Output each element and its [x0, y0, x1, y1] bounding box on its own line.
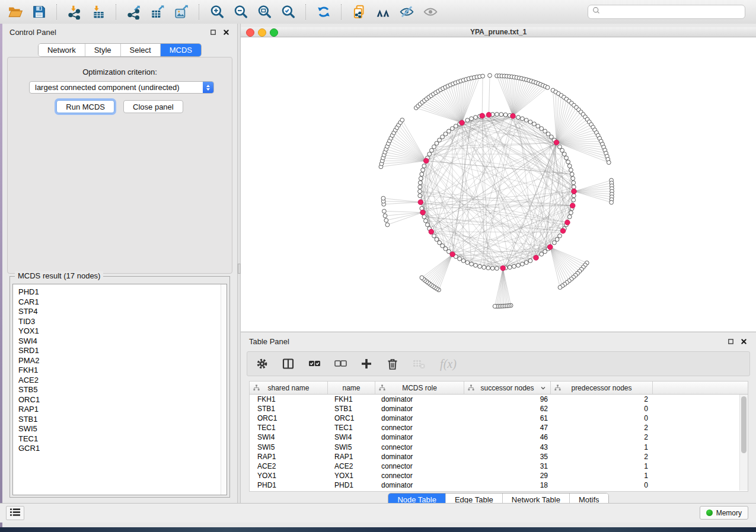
zoom-window-icon[interactable] — [270, 28, 278, 37]
zoom-fit-icon[interactable] — [254, 2, 275, 22]
control-panel-title: Control Panel — [9, 28, 56, 37]
memory-status-icon — [706, 509, 713, 516]
cell: 0 — [551, 481, 653, 489]
zoom-in-icon[interactable] — [206, 2, 228, 22]
show-all-icon[interactable] — [420, 2, 441, 22]
cell: dominator — [375, 395, 464, 403]
column-header-MCDS-role[interactable]: MCDS role — [375, 382, 464, 394]
table-row[interactable]: SWI5SWI5connector431 — [250, 442, 739, 451]
cell: 62 — [464, 405, 551, 413]
scrollbar-thumb[interactable] — [741, 396, 747, 453]
table-scrollbar[interactable] — [739, 395, 748, 491]
list-item[interactable]: STP4 — [18, 307, 227, 317]
list-item[interactable]: CAR1 — [18, 297, 227, 307]
hide-selected-icon[interactable] — [396, 2, 417, 22]
list-item[interactable]: ORC1 — [18, 395, 227, 405]
export-image-icon[interactable] — [171, 2, 192, 22]
column-header-name[interactable]: name — [328, 382, 375, 394]
search-input[interactable] — [601, 7, 741, 17]
tab-network[interactable]: Network — [39, 44, 85, 56]
close-table-panel-icon[interactable] — [739, 337, 748, 345]
zoom-selected-icon[interactable] — [277, 2, 299, 22]
network-graph[interactable] — [241, 37, 756, 331]
list-item[interactable]: PHD1 — [18, 287, 227, 297]
open-folder-icon[interactable] — [5, 2, 26, 22]
export-network-icon[interactable] — [123, 2, 145, 22]
table-row[interactable]: ORC1ORC1dominator610 — [250, 414, 739, 423]
tab-style[interactable]: Style — [85, 44, 120, 56]
minimize-window-icon[interactable] — [258, 28, 266, 37]
list-item[interactable]: SRD1 — [18, 346, 227, 356]
list-item[interactable]: SWI5 — [18, 424, 227, 434]
table-row[interactable]: YOX1YOX1connector291 — [250, 471, 739, 480]
float-table-panel-icon[interactable] — [726, 337, 735, 345]
table-row[interactable]: STB1STB1dominator620 — [250, 404, 739, 414]
network-window-titlebar[interactable]: YPA_prune.txt_1 — [241, 27, 756, 37]
float-panel-icon[interactable] — [209, 28, 217, 36]
cell: dominator — [375, 414, 464, 422]
refresh-icon[interactable] — [313, 2, 334, 22]
delete-column-icon[interactable] — [385, 356, 400, 371]
task-history-button[interactable] — [6, 506, 24, 520]
network-canvas[interactable] — [241, 37, 756, 331]
save-icon[interactable] — [28, 2, 50, 22]
run-mcds-button[interactable]: Run MCDS — [56, 100, 114, 113]
list-item[interactable]: SWI4 — [18, 336, 227, 347]
split-panel-icon[interactable] — [280, 356, 296, 371]
close-window-icon[interactable] — [246, 28, 254, 37]
search-box[interactable] — [588, 5, 745, 19]
column-header-shared-name[interactable]: shared name — [250, 382, 328, 394]
mcds-result-list[interactable]: PHD1CAR1STP4TID3YOX1SWI4SRD1PMA2FKH1ACE2… — [12, 284, 227, 495]
cell: SWI4 — [250, 433, 328, 441]
zoom-out-icon[interactable] — [230, 2, 251, 22]
close-panel-button[interactable]: Close panel — [123, 100, 183, 113]
cell: FKH1 — [250, 395, 328, 403]
optimization-criterion-select[interactable]: largest connected component (undirected) — [29, 81, 214, 94]
import-network-icon[interactable] — [64, 2, 85, 22]
table-settings-icon[interactable] — [254, 356, 270, 371]
table-row[interactable]: RAP1RAP1dominator352 — [250, 452, 739, 462]
header-filler — [653, 382, 748, 394]
list-item[interactable]: RAP1 — [18, 405, 227, 415]
list-item[interactable]: STB1 — [18, 415, 227, 425]
cell: 1 — [551, 462, 653, 470]
list-item[interactable]: ACE2 — [18, 376, 227, 386]
table-row[interactable]: FKH1FKH1dominator962 — [250, 395, 739, 404]
table-row[interactable]: PHD1PHD1dominator180 — [250, 480, 739, 490]
column-header-successor-nodes[interactable]: successor nodes — [464, 382, 551, 394]
cell: 96 — [464, 395, 551, 403]
network-window-title: YPA_prune.txt_1 — [470, 28, 527, 36]
list-item[interactable]: FKH1 — [18, 366, 227, 376]
cell: 43 — [464, 443, 551, 451]
table-row[interactable]: ACE2ACE2connector311 — [250, 462, 739, 471]
close-panel-icon[interactable] — [222, 28, 230, 36]
cell: STB1 — [328, 405, 375, 413]
cell: connector — [375, 462, 464, 470]
list-item[interactable]: STB5 — [18, 385, 227, 395]
add-column-icon[interactable] — [359, 356, 374, 371]
new-network-from-selection-icon[interactable] — [349, 2, 370, 22]
memory-button[interactable]: Memory — [700, 506, 748, 520]
deselect-all-rows-icon[interactable] — [333, 356, 348, 371]
cell: 46 — [464, 433, 551, 441]
cell: TEC1 — [250, 424, 328, 432]
list-scrollbar[interactable] — [221, 284, 227, 495]
toolbar-separator — [116, 4, 117, 20]
list-item[interactable]: PMA2 — [18, 356, 227, 366]
status-bar: Memory — [0, 503, 756, 523]
select-all-rows-icon[interactable] — [307, 356, 322, 371]
list-item[interactable]: YOX1 — [18, 326, 227, 336]
table-row[interactable]: SWI4SWI4dominator462 — [250, 432, 739, 442]
table-row[interactable]: TEC1TEC1connector472 — [250, 423, 739, 432]
export-table-icon[interactable] — [147, 2, 168, 22]
tab-mcds[interactable]: MCDS — [160, 44, 201, 56]
tab-select[interactable]: Select — [120, 44, 160, 56]
import-table-icon[interactable] — [88, 2, 109, 22]
mcds-tab-pane: Optimization criterion: largest connecte… — [7, 57, 232, 274]
list-item[interactable]: TEC1 — [18, 434, 227, 444]
list-item[interactable]: GCR1 — [18, 444, 227, 454]
cell: 47 — [464, 424, 551, 432]
first-neighbors-icon[interactable] — [372, 2, 394, 22]
list-item[interactable]: TID3 — [18, 317, 227, 327]
column-header-predecessor-nodes[interactable]: predecessor nodes — [551, 382, 653, 394]
